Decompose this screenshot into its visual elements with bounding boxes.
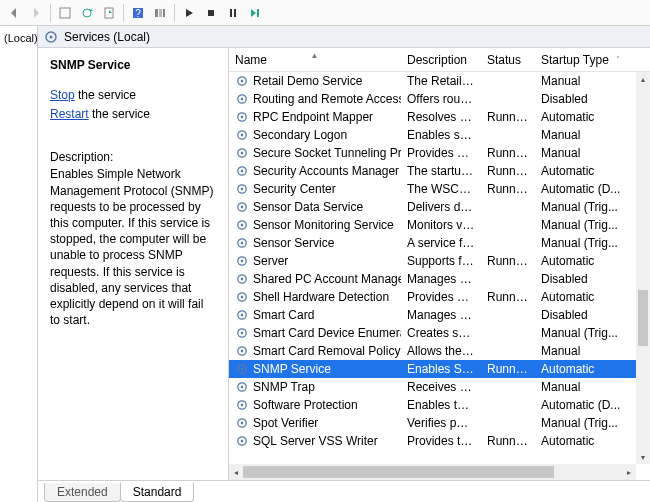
service-description: Manages ac... — [401, 308, 481, 322]
service-row[interactable]: Secondary LogonEnables star...Manual — [229, 126, 650, 144]
scroll-left-icon[interactable]: ◂ — [229, 464, 243, 480]
toolbar-start-icon[interactable] — [179, 3, 199, 23]
service-row[interactable]: Sensor Monitoring ServiceMonitors va...M… — [229, 216, 650, 234]
tab-extended[interactable]: Extended — [44, 483, 121, 502]
svg-point-39 — [241, 242, 244, 245]
hscroll-thumb[interactable] — [243, 466, 554, 478]
service-name: Retail Demo Service — [253, 74, 362, 88]
service-status: Running — [481, 362, 535, 376]
service-row[interactable]: Security CenterThe WSCSV...RunningAutoma… — [229, 180, 650, 198]
service-row[interactable]: Shared PC Account ManagerManages pr...Di… — [229, 270, 650, 288]
toolbar-separator — [50, 4, 51, 22]
toolbar-up-icon[interactable] — [55, 3, 75, 23]
service-startup: Automatic — [535, 164, 650, 178]
gear-icon — [235, 164, 249, 178]
service-name: SNMP Service — [253, 362, 331, 376]
service-status: Running — [481, 434, 535, 448]
service-row[interactable]: Spot VerifierVerifies pote...Manual (Tri… — [229, 414, 650, 432]
col-name[interactable]: Name▲ — [229, 48, 401, 71]
gear-icon — [235, 182, 249, 196]
service-row[interactable]: Software ProtectionEnables the ...Automa… — [229, 396, 650, 414]
service-row[interactable]: Smart Card Removal PolicyAllows the s...… — [229, 342, 650, 360]
col-startup[interactable]: Startup Type ˄ — [535, 48, 650, 71]
svg-point-41 — [241, 260, 244, 263]
service-name: SNMP Trap — [253, 380, 315, 394]
gear-icon — [235, 254, 249, 268]
service-startup: Manual — [535, 74, 650, 88]
horizontal-scrollbar[interactable]: ◂ ▸ — [229, 464, 636, 480]
service-startup: Manual — [535, 146, 650, 160]
svg-point-19 — [50, 35, 53, 38]
service-row[interactable]: Sensor ServiceA service fo...Manual (Tri… — [229, 234, 650, 252]
service-name: Software Protection — [253, 398, 358, 412]
services-header: Services (Local) — [38, 26, 650, 48]
toolbar-columns-icon[interactable] — [150, 3, 170, 23]
scroll-down-icon[interactable]: ▾ — [636, 450, 650, 464]
service-name: Secondary Logon — [253, 128, 347, 142]
service-startup: Automatic — [535, 110, 650, 124]
svg-rect-15 — [234, 9, 236, 17]
svg-point-45 — [241, 296, 244, 299]
toolbar-refresh-icon[interactable] — [77, 3, 97, 23]
service-row[interactable]: Routing and Remote AccessOffers routi...… — [229, 90, 650, 108]
svg-point-47 — [241, 314, 244, 317]
service-startup: Automatic — [535, 362, 650, 376]
service-row[interactable]: Secure Socket Tunneling Pr...Provides su… — [229, 144, 650, 162]
gear-icon — [235, 272, 249, 286]
col-status[interactable]: Status — [481, 48, 535, 71]
service-description: Receives tra... — [401, 380, 481, 394]
svg-point-43 — [241, 278, 244, 281]
service-row[interactable]: RPC Endpoint MapperResolves RP...Running… — [229, 108, 650, 126]
service-description: Manages pr... — [401, 272, 481, 286]
svg-point-33 — [241, 188, 244, 191]
toolbar-help-icon[interactable]: ? — [128, 3, 148, 23]
scroll-thumb[interactable] — [638, 290, 648, 346]
service-name: Security Center — [253, 182, 336, 196]
service-name: Sensor Service — [253, 236, 334, 250]
service-status: Running — [481, 164, 535, 178]
toolbar-export-icon[interactable] — [99, 3, 119, 23]
service-description: Resolves RP... — [401, 110, 481, 124]
service-description: Delivers dat... — [401, 200, 481, 214]
toolbar-back-icon[interactable] — [4, 3, 24, 23]
service-row[interactable]: Shell Hardware DetectionProvides no...Ru… — [229, 288, 650, 306]
service-row[interactable]: Retail Demo ServiceThe Retail D...Manual — [229, 72, 650, 90]
tree-node-local[interactable]: (Local) — [2, 30, 35, 46]
service-row[interactable]: SNMP ServiceEnables Sim...RunningAutomat… — [229, 360, 650, 378]
service-description: Enables Sim... — [401, 362, 481, 376]
scroll-right-icon[interactable]: ▸ — [622, 464, 636, 480]
gear-icon — [235, 416, 249, 430]
scroll-up-icon[interactable]: ▴ — [636, 72, 650, 86]
service-startup: Manual (Trig... — [535, 218, 650, 232]
service-row[interactable]: SNMP TrapReceives tra...Manual — [229, 378, 650, 396]
service-name: Sensor Monitoring Service — [253, 218, 394, 232]
service-row[interactable]: Smart CardManages ac...Disabled — [229, 306, 650, 324]
restart-link[interactable]: Restart — [50, 107, 89, 121]
toolbar-restart-icon[interactable] — [245, 3, 265, 23]
stop-link[interactable]: Stop — [50, 88, 75, 102]
toolbar-forward-icon[interactable] — [26, 3, 46, 23]
toolbar-stop-icon[interactable] — [201, 3, 221, 23]
gear-icon — [235, 308, 249, 322]
service-status: Running — [481, 110, 535, 124]
service-row[interactable]: SQL Server VSS WriterProvides th...Runni… — [229, 432, 650, 450]
service-name: Secure Socket Tunneling Pr... — [253, 146, 401, 160]
vertical-scrollbar[interactable]: ▴ ▾ — [636, 72, 650, 464]
service-row[interactable]: Security Accounts ManagerThe startup ...… — [229, 162, 650, 180]
service-startup: Automatic — [535, 290, 650, 304]
tab-standard[interactable]: Standard — [120, 482, 195, 502]
col-description[interactable]: Description — [401, 48, 481, 71]
stop-suffix: the service — [75, 88, 136, 102]
toolbar-pause-icon[interactable] — [223, 3, 243, 23]
service-startup: Manual — [535, 344, 650, 358]
svg-point-57 — [241, 404, 244, 407]
svg-rect-9 — [155, 9, 158, 17]
svg-point-35 — [241, 206, 244, 209]
gear-icon — [235, 344, 249, 358]
service-startup: Manual (Trig... — [535, 326, 650, 340]
svg-point-21 — [241, 80, 244, 83]
gear-icon — [235, 290, 249, 304]
service-row[interactable]: ServerSupports fil...RunningAutomatic — [229, 252, 650, 270]
service-row[interactable]: Smart Card Device Enumera...Creates soft… — [229, 324, 650, 342]
service-row[interactable]: Sensor Data ServiceDelivers dat...Manual… — [229, 198, 650, 216]
